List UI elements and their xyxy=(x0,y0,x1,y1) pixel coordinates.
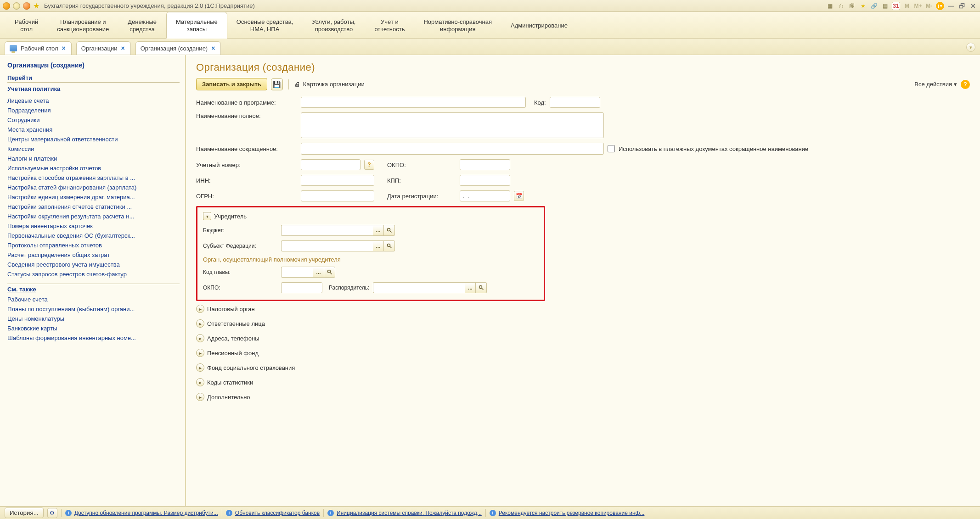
select-button[interactable]: ... xyxy=(313,267,324,278)
regdate-input[interactable] xyxy=(460,190,510,201)
toolbar-icon-3[interactable]: 🗐 xyxy=(848,2,856,10)
tab-close-icon[interactable]: × xyxy=(62,45,66,52)
section-planning[interactable]: Планирование и санкционирование xyxy=(48,12,118,38)
nav-link[interactable]: Планы по поступлениям (выбытиям) органи.… xyxy=(7,304,180,314)
statusbar-settings-icon[interactable]: ⚙ xyxy=(47,508,57,518)
memory-mplus-icon[interactable]: M+ xyxy=(914,2,922,10)
status-banks-link[interactable]: iОбновить классификатор банков xyxy=(226,510,320,516)
manager-input[interactable] xyxy=(373,282,465,293)
system-menu-icon[interactable] xyxy=(3,2,10,10)
status-backup-link[interactable]: iРекомендуется настроить резервное копир… xyxy=(490,510,645,516)
section-cash[interactable]: Денежные средства xyxy=(118,12,166,38)
budget-input[interactable] xyxy=(281,225,373,236)
collapsed-section-label[interactable]: Фонд социального страхования xyxy=(207,364,295,371)
tab-organizations[interactable]: Организации × xyxy=(76,41,131,55)
section-admin[interactable]: Администрирование xyxy=(501,12,577,38)
expand-icon[interactable]: ▸ xyxy=(196,393,204,401)
toolbar-link-icon[interactable]: 🔗 xyxy=(870,2,878,10)
info-icon[interactable]: i xyxy=(936,2,944,10)
nav-link[interactable]: Настройки единиц измерения драг. материа… xyxy=(7,192,180,202)
nav-link[interactable]: Номера инвентарных карточек xyxy=(7,221,180,231)
nav-link[interactable]: Расчет распределения общих затрат xyxy=(7,250,180,260)
subject-input[interactable] xyxy=(281,240,373,251)
uchno-input[interactable] xyxy=(301,159,360,170)
okpo2-input[interactable] xyxy=(281,282,322,293)
kod-input[interactable] xyxy=(550,97,600,108)
expand-icon[interactable]: ▸ xyxy=(196,363,204,372)
expand-icon[interactable]: ▸ xyxy=(196,305,204,313)
nav-link[interactable]: Подразделения xyxy=(7,106,180,115)
collapsed-section-label[interactable]: Дополнительно xyxy=(207,394,250,401)
section-accounting[interactable]: Учет и отчетность xyxy=(365,12,414,38)
toolbar-icon-2[interactable]: ⎙ xyxy=(837,2,845,10)
dropdown-icon[interactable] xyxy=(13,2,20,10)
program-name-input[interactable] xyxy=(301,97,526,108)
nav-link[interactable]: Места хранения xyxy=(7,125,180,134)
expand-icon[interactable]: ▸ xyxy=(196,334,204,342)
memory-m-icon[interactable]: M xyxy=(903,2,911,10)
search-icon[interactable] xyxy=(476,282,487,293)
nav-link[interactable]: Рабочие счета xyxy=(7,295,180,304)
minimize-ball-icon[interactable] xyxy=(23,2,30,10)
chapter-input[interactable] xyxy=(281,267,313,278)
collapse-toggle-icon[interactable]: ▾ xyxy=(203,212,211,220)
expand-icon[interactable]: ▸ xyxy=(196,349,204,357)
memory-mminus-icon[interactable]: M- xyxy=(925,2,933,10)
save-button[interactable]: 💾 xyxy=(271,78,283,90)
nav-link[interactable]: Настройки округления результата расчета … xyxy=(7,212,180,221)
favorite-icon[interactable]: ★ xyxy=(33,1,39,10)
inn-input[interactable] xyxy=(301,175,374,186)
collapsed-section-label[interactable]: Налоговый орган xyxy=(207,306,255,313)
nav-link[interactable]: Настройки заполнения отчетов статистики … xyxy=(7,202,180,212)
collapsed-section-label[interactable]: Пенсионный фонд xyxy=(207,350,259,357)
collapsed-section-label[interactable]: Коды статистики xyxy=(207,379,253,386)
nav-link[interactable]: Шаблоны формирования инвентарных номе... xyxy=(7,333,180,343)
toolbar-icon-1[interactable]: ▦ xyxy=(826,2,834,10)
all-actions-dropdown[interactable]: Все действия ▾ xyxy=(914,81,957,88)
toolbar-grid-icon[interactable]: ▤ xyxy=(881,2,889,10)
tabs-more-button[interactable]: ▾ xyxy=(966,43,975,52)
nav-link[interactable]: Сотрудники xyxy=(7,115,180,125)
use-short-checkbox[interactable] xyxy=(608,145,615,152)
status-update-link[interactable]: iДоступно обновление программы. Размер д… xyxy=(65,510,218,516)
section-services[interactable]: Услуги, работы, производство xyxy=(303,12,365,38)
nav-link[interactable]: Центры материальной ответственности xyxy=(7,134,180,144)
nav-link[interactable]: Лицевые счета xyxy=(7,96,180,106)
nav-link[interactable]: Настройка статей финансирования (зарплат… xyxy=(7,183,180,192)
tab-desktop[interactable]: Рабочий стол × xyxy=(5,41,72,55)
select-button[interactable]: ... xyxy=(465,282,476,293)
status-help-link[interactable]: iИнициализация системы справки. Пожалуйс… xyxy=(327,510,482,516)
nav-link[interactable]: Налоги и платежи xyxy=(7,154,180,163)
help-icon[interactable]: ? xyxy=(961,80,970,89)
nav-link[interactable]: Комиссии xyxy=(7,144,180,154)
collapsed-section-label[interactable]: Адреса, телефоны xyxy=(207,335,259,342)
nav-link[interactable]: Сведения реестрового учета имущества xyxy=(7,260,180,269)
search-icon[interactable] xyxy=(384,225,395,236)
section-fixed-assets[interactable]: Основные средства, НМА, НПА xyxy=(227,12,303,38)
okpo-input[interactable] xyxy=(460,159,510,170)
search-icon[interactable] xyxy=(324,267,335,278)
kpp-input[interactable] xyxy=(460,175,510,186)
nav-link[interactable]: Банковские карты xyxy=(7,324,180,333)
expand-icon[interactable]: ▸ xyxy=(196,378,204,386)
select-button[interactable]: ... xyxy=(373,225,384,236)
nav-link[interactable]: Статусы запросов реестров счетов-фактур xyxy=(7,269,180,279)
org-card-button[interactable]: 🖨 Карточка организации xyxy=(294,81,365,88)
expand-icon[interactable]: ▸ xyxy=(196,319,204,328)
section-reference[interactable]: Нормативно-справочная информация xyxy=(414,12,501,38)
section-desktop[interactable]: Рабочий стол xyxy=(6,12,48,38)
select-button[interactable]: ... xyxy=(373,240,384,251)
search-icon[interactable] xyxy=(384,240,395,251)
window-maximize-icon[interactable]: 🗗 xyxy=(958,2,966,10)
tab-close-icon[interactable]: × xyxy=(121,45,124,52)
history-button[interactable]: История... xyxy=(5,508,44,518)
nav-link[interactable]: Цены номенклатуры xyxy=(7,314,180,324)
hint-icon[interactable]: ? xyxy=(364,160,374,170)
save-and-close-button[interactable]: Записать и закрыть xyxy=(196,78,267,90)
section-materials[interactable]: Материальные запасы xyxy=(166,12,227,39)
nav-link[interactable]: Протоколы отправленных отчетов xyxy=(7,240,180,250)
calendar-icon[interactable]: 31 xyxy=(892,2,900,10)
tab-organization-create[interactable]: Организация (создание) × xyxy=(135,41,221,55)
tab-close-icon[interactable]: × xyxy=(211,45,215,52)
window-close-icon[interactable]: ✕ xyxy=(969,2,977,10)
